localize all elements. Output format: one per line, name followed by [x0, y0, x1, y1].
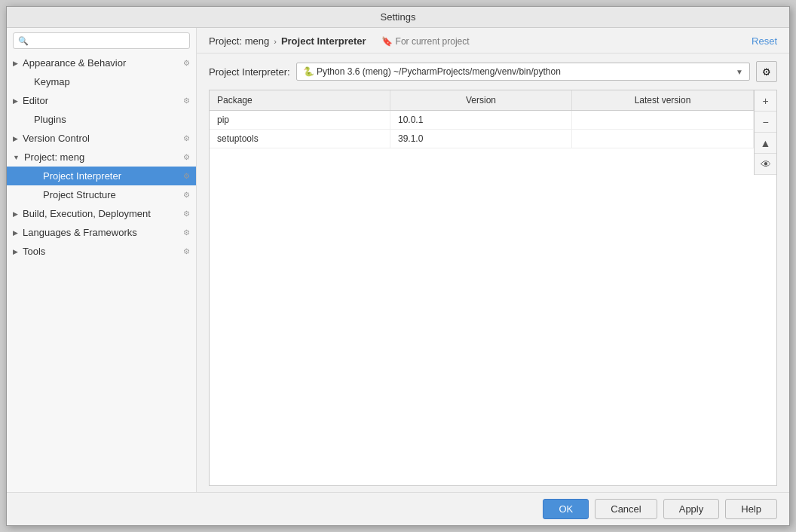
column-version: Version — [390, 90, 572, 110]
table-header: Package Version Latest version — [210, 90, 776, 111]
cancel-button[interactable]: Cancel — [595, 499, 657, 519]
dialog-footer: OK Cancel Apply Help — [7, 492, 789, 525]
sidebar-items-container: ▶Appearance & Behavior⚙Keymap▶Editor⚙Plu… — [7, 54, 196, 261]
interpreter-settings-button[interactable]: ⚙ — [756, 61, 777, 82]
sidebar-item-project-structure[interactable]: Project Structure⚙ — [7, 185, 196, 204]
sidebar-item-keymap[interactable]: Keymap — [7, 72, 196, 91]
arrow-icon: ▶ — [13, 248, 18, 255]
settings-icon: ⚙ — [183, 134, 190, 142]
breadcrumb-current: Project Interpreter — [281, 35, 366, 47]
sidebar-item-label: Project Interpreter — [43, 170, 121, 182]
sidebar-item-label: Editor — [23, 95, 48, 106]
apply-button[interactable]: Apply — [663, 499, 720, 519]
interpreter-label: Project Interpreter: — [209, 66, 290, 78]
sidebar-item-label: Tools — [23, 246, 45, 257]
table-body: pip10.0.1setuptools39.1.0 — [210, 111, 776, 485]
for-current-project: 🔖 For current project — [381, 36, 470, 47]
settings-icon: ⚙ — [183, 191, 190, 199]
sidebar-item-label: Project Structure — [43, 189, 116, 200]
sidebar-item-project-interpreter[interactable]: Project Interpreter⚙ — [7, 167, 196, 185]
breadcrumb-arrow: › — [274, 37, 277, 46]
sidebar-item-plugins[interactable]: Plugins — [7, 110, 196, 129]
package-latest-version-cell — [572, 130, 754, 148]
eye-button[interactable]: 👁 — [755, 154, 776, 175]
sidebar-item-languages-frameworks[interactable]: ▶Languages & Frameworks⚙ — [7, 223, 196, 242]
sidebar-item-editor[interactable]: ▶Editor⚙ — [7, 91, 196, 110]
sidebar-item-label: Appearance & Behavior — [23, 57, 126, 69]
add-package-button[interactable]: + — [755, 90, 776, 112]
settings-icon: ⚙ — [183, 172, 190, 180]
package-latest-version-cell — [572, 111, 754, 129]
sidebar-item-build-execution[interactable]: ▶Build, Execution, Deployment⚙ — [7, 204, 196, 223]
arrow-icon: ▼ — [13, 154, 20, 161]
sidebar: 🔍 ▶Appearance & Behavior⚙Keymap▶Editor⚙P… — [7, 28, 197, 492]
table-row[interactable]: pip10.0.1 — [210, 111, 776, 130]
interpreter-value: 🐍 Python 3.6 (meng) ~/PycharmProjects/me… — [303, 66, 731, 77]
content-header: Project: meng › Project Interpreter 🔖 Fo… — [197, 28, 789, 54]
sidebar-item-project-meng[interactable]: ▼Project: meng⚙ — [7, 148, 196, 167]
settings-dialog: Settings 🔍 ▶Appearance & Behavior⚙Keymap… — [6, 6, 790, 526]
arrow-icon: ▶ — [13, 97, 18, 105]
search-icon: 🔍 — [18, 36, 29, 46]
arrow-icon: ▶ — [13, 229, 18, 237]
bookmark-icon: 🔖 — [381, 36, 393, 47]
sidebar-item-label: Plugins — [34, 114, 66, 125]
breadcrumb: Project: meng › Project Interpreter — [209, 35, 366, 47]
sidebar-item-label: Project: meng — [24, 151, 84, 163]
settings-icon: ⚙ — [183, 209, 190, 218]
settings-icon: ⚙ — [183, 247, 190, 255]
sidebar-item-label: Version Control — [23, 133, 90, 144]
arrow-icon: ▶ — [13, 210, 18, 218]
package-version-cell: 10.0.1 — [390, 111, 572, 129]
sidebar-item-appearance-behavior[interactable]: ▶Appearance & Behavior⚙ — [7, 54, 196, 72]
plus-icon: + — [762, 95, 768, 107]
eye-icon: 👁 — [761, 158, 771, 170]
interpreter-select[interactable]: 🐍 Python 3.6 (meng) ~/PycharmProjects/me… — [296, 63, 750, 81]
dialog-body: 🔍 ▶Appearance & Behavior⚙Keymap▶Editor⚙P… — [7, 28, 789, 492]
dialog-title: Settings — [7, 7, 789, 28]
package-name-cell: setuptools — [210, 130, 390, 148]
search-box[interactable]: 🔍 — [13, 32, 190, 49]
column-package: Package — [210, 90, 390, 110]
remove-package-button[interactable]: − — [755, 112, 776, 133]
up-arrow-icon: ▲ — [761, 137, 771, 149]
ok-button[interactable]: OK — [543, 499, 589, 519]
sidebar-item-label: Build, Execution, Deployment — [23, 208, 151, 219]
settings-icon: ⚙ — [183, 228, 190, 237]
help-button[interactable]: Help — [725, 499, 777, 519]
arrow-icon: ▶ — [13, 60, 18, 67]
sidebar-item-version-control[interactable]: ▶Version Control⚙ — [7, 129, 196, 148]
scroll-up-button[interactable]: ▲ — [755, 133, 776, 154]
gear-icon: ⚙ — [762, 66, 771, 78]
chevron-down-icon: ▼ — [736, 68, 743, 76]
sidebar-item-tools[interactable]: ▶Tools⚙ — [7, 242, 196, 261]
settings-icon: ⚙ — [183, 96, 190, 105]
reset-button[interactable]: Reset — [752, 35, 777, 47]
package-table-area: Package Version Latest version pip10.0.1… — [209, 90, 777, 486]
package-name-cell: pip — [210, 111, 390, 129]
sidebar-item-label: Languages & Frameworks — [23, 227, 137, 238]
table-actions: + − ▲ 👁 — [754, 90, 776, 175]
interpreter-row: Project Interpreter: 🐍 Python 3.6 (meng)… — [197, 54, 789, 90]
table-row[interactable]: setuptools39.1.0 — [210, 130, 776, 148]
search-input[interactable] — [32, 35, 185, 46]
minus-icon: − — [762, 116, 768, 128]
column-latest-version: Latest version — [572, 90, 754, 110]
settings-icon: ⚙ — [183, 59, 190, 67]
main-content: Project: meng › Project Interpreter 🔖 Fo… — [197, 28, 789, 492]
settings-icon: ⚙ — [183, 153, 190, 161]
breadcrumb-parent: Project: meng — [209, 35, 269, 47]
arrow-icon: ▶ — [13, 135, 18, 142]
package-version-cell: 39.1.0 — [390, 130, 572, 148]
sidebar-item-label: Keymap — [34, 76, 70, 87]
